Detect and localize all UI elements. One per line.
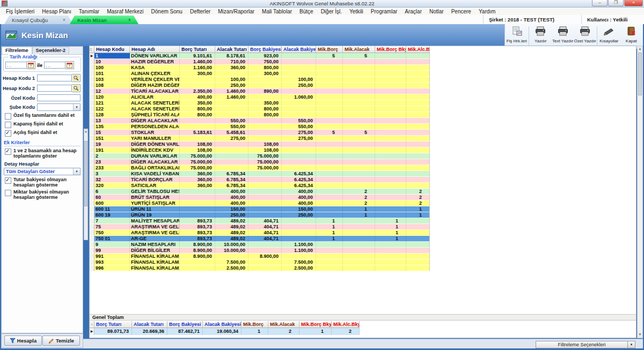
- mik-alc-bky[interactable]: [406, 71, 430, 77]
- alacak-tutari[interactable]: 6.785,34: [215, 171, 248, 177]
- alacak-bakiyesi[interactable]: 2.500,00: [282, 265, 316, 271]
- borc-tutari[interactable]: [180, 195, 215, 200]
- borc-bakiyesi[interactable]: 75.000,00: [248, 165, 282, 171]
- mik-alacak[interactable]: [343, 183, 375, 189]
- alacak-bakiyesi[interactable]: [282, 65, 316, 71]
- mik-borc[interactable]: [316, 159, 343, 165]
- minimize-button[interactable]: –: [592, 0, 608, 6]
- tab-kisayol-cubugu[interactable]: Kısayol Çubuğu ×: [4, 16, 73, 24]
- scroll-up-icon[interactable]: ▲: [638, 46, 642, 52]
- mik-alc-bky[interactable]: [406, 147, 430, 153]
- account-code[interactable]: 120: [94, 94, 130, 100]
- account-name[interactable]: BRÜT SATIŞLAR: [130, 195, 180, 200]
- mik-alacak[interactable]: [343, 106, 375, 112]
- toolbar-button-fi-hrk-leri[interactable]: Fiş Hrk.leri: [506, 25, 528, 48]
- mik-borc[interactable]: [316, 59, 343, 65]
- table-row[interactable]: 75ARAŞTIRMA VE GELİŞTİRM893,73489,02404,…: [90, 224, 430, 230]
- mik-alc-bky[interactable]: 1: [406, 206, 430, 212]
- account-code[interactable]: 99: [94, 248, 130, 254]
- mik-alc-bky[interactable]: [406, 259, 430, 265]
- checkbox-checked[interactable]: [5, 148, 11, 155]
- account-name[interactable]: BAĞLI ORTAKLIKLARDAN A: [130, 165, 180, 171]
- alacak-tutari[interactable]: 275,00: [215, 136, 248, 142]
- account-code[interactable]: 191: [94, 147, 130, 153]
- borc-tutari[interactable]: 360,00: [180, 177, 215, 183]
- chevron-down-icon[interactable]: ▼: [73, 168, 80, 175]
- mik-borc-bky[interactable]: [375, 59, 406, 65]
- account-code[interactable]: 103: [94, 77, 130, 83]
- alacak-tutari[interactable]: [215, 165, 248, 171]
- alacak-tutari[interactable]: [215, 153, 248, 159]
- account-name[interactable]: KASA: [130, 65, 180, 71]
- account-code[interactable]: 3: [94, 171, 130, 177]
- alacak-tutari[interactable]: 10.000,00: [215, 242, 248, 248]
- include-checkbox-row[interactable]: Açılış fişini dahil et: [5, 130, 82, 137]
- mik-borc[interactable]: [316, 71, 343, 77]
- alacak-bakiyesi[interactable]: [282, 236, 316, 242]
- mik-alc-bky[interactable]: [406, 159, 430, 165]
- alacak-bakiyesi[interactable]: 6.425,34: [282, 177, 316, 183]
- mik-borc-bky[interactable]: 1: [375, 224, 406, 230]
- menu-item-masraf-merkezi[interactable]: Masraf Merkezi: [103, 9, 147, 14]
- account-name[interactable]: GELİR TABLOSU HESAPLAR: [130, 189, 180, 195]
- account-code[interactable]: 993: [94, 259, 130, 265]
- account-name[interactable]: NAZIM HESAPLARI: [130, 242, 180, 248]
- table-row[interactable]: 151YARI MAMULLER275,00275,00: [90, 136, 430, 142]
- borc-bakiyesi[interactable]: 890,00: [248, 88, 282, 94]
- alacak-tutari[interactable]: 7.500,00: [215, 259, 248, 265]
- checkbox-checked[interactable]: [5, 177, 11, 184]
- borc-tutari[interactable]: 108,00: [180, 142, 215, 147]
- account-name[interactable]: PERSONELDEN ALACAKLAR: [130, 124, 180, 130]
- table-row[interactable]: 12TİCARİ ALACAKLAR2.350,001.460,00890,00: [90, 88, 430, 94]
- borc-bakiyesi[interactable]: 750,00: [248, 59, 282, 65]
- account-code[interactable]: 2: [94, 153, 130, 159]
- hesap-kodu-1-input[interactable]: [37, 75, 72, 81]
- alacak-tutari[interactable]: 100,00: [215, 77, 248, 83]
- alacak-bakiyesi[interactable]: 250,00: [282, 212, 316, 218]
- account-code[interactable]: 128: [94, 112, 130, 118]
- mik-borc-bky[interactable]: [375, 248, 406, 254]
- account-name[interactable]: DİĞER ALACAKLAR: [130, 118, 180, 124]
- table-row[interactable]: 10HAZIR DEĞERLER1.460,00710,00750,00: [90, 59, 430, 65]
- alacak-tutari[interactable]: 400,00: [215, 195, 248, 200]
- mik-borc-bky[interactable]: [375, 77, 406, 83]
- mik-borc[interactable]: [316, 212, 343, 218]
- borc-tutari[interactable]: 8.900,00: [180, 248, 215, 254]
- mik-borc-bky[interactable]: [375, 65, 406, 71]
- borc-tutari[interactable]: [180, 259, 215, 265]
- table-row[interactable]: 600YURTİÇİ SATIŞLAR400,00400,0022: [90, 200, 430, 206]
- mik-borc[interactable]: [316, 142, 343, 147]
- table-row[interactable]: 19DİĞER DÖNEN VARLIKLAR108,00108,00: [90, 142, 430, 147]
- hesap-kodu-2-input[interactable]: [37, 85, 72, 92]
- grid-scrollbar[interactable]: ▲ ▼: [637, 46, 643, 338]
- mik-borc[interactable]: [316, 83, 343, 88]
- account-name[interactable]: DİĞER ALACAKLAR ( U.V ): [130, 159, 180, 165]
- alacak-bakiyesi[interactable]: [282, 106, 316, 112]
- alacak-bakiyesi[interactable]: 7.500,00: [282, 259, 316, 265]
- column-header-alacak-bakiyesi[interactable]: Alacak Bakiyesi: [282, 46, 316, 53]
- alacak-tutari[interactable]: 6.785,34: [215, 183, 248, 189]
- account-code[interactable]: 135: [94, 124, 130, 130]
- menu-item-defterler[interactable]: Defterler: [186, 9, 214, 14]
- table-row[interactable]: 101ALINAN ÇEKLER300,00300,00: [90, 71, 430, 77]
- mik-borc-bky[interactable]: [375, 124, 406, 130]
- mik-alacak[interactable]: [343, 171, 375, 177]
- borc-tutari[interactable]: [180, 200, 215, 206]
- filtreleme-secenekleri-dropdown[interactable]: Filtreleme Seçenekleri ▼: [536, 341, 635, 348]
- table-row[interactable]: 122ALACAK SENETLERİ REESKO800,00800,00: [90, 106, 430, 112]
- table-row[interactable]: 9NAZIM HESAPLARI8.900,0010.000,001.100,0…: [90, 242, 430, 248]
- alacak-bakiyesi[interactable]: 250,00: [282, 83, 316, 88]
- scroll-up-icon[interactable]: ▲: [84, 129, 87, 133]
- alacak-tutari[interactable]: 400,00: [215, 189, 248, 195]
- scrollbar-thumb[interactable]: [84, 141, 87, 206]
- borc-tutari[interactable]: 2.350,00: [180, 88, 215, 94]
- mik-borc-bky[interactable]: [375, 165, 406, 171]
- alacak-bakiyesi[interactable]: [282, 230, 316, 236]
- alacak-bakiyesi[interactable]: 1.100,00: [282, 242, 316, 248]
- close-button[interactable]: ×: [624, 0, 643, 6]
- table-row[interactable]: 3KISA VADELİ YABANCI KAY360,006.785,346.…: [90, 171, 430, 177]
- alacak-tutari[interactable]: [215, 147, 248, 153]
- menu-item-d-nem-sonu[interactable]: Dönem Sonu: [148, 9, 186, 14]
- mik-alc-bky[interactable]: [406, 83, 430, 88]
- account-code[interactable]: 750: [94, 230, 130, 236]
